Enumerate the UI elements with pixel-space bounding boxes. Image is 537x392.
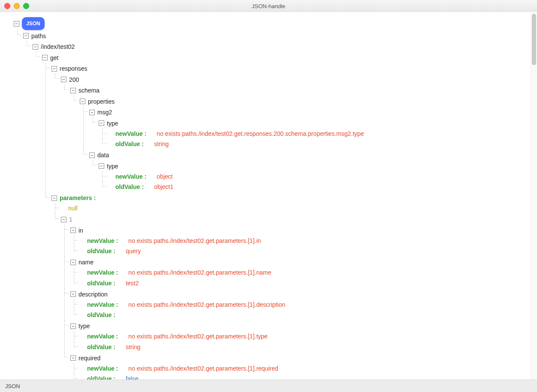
window-title: JSON-handle — [0, 3, 537, 9]
leaf-icon — [80, 238, 84, 243]
tree-key-oldvalue[interactable]: oldValue : — [87, 374, 115, 380]
tree-key-index[interactable]: 1 — [69, 214, 72, 224]
toggle-icon[interactable]: − — [70, 291, 76, 297]
toggle-icon[interactable]: − — [23, 33, 29, 39]
tree-key-newvalue[interactable]: newValue : — [87, 299, 118, 310]
leaf-icon — [108, 185, 113, 189]
vertical-scrollbar[interactable] — [531, 12, 537, 380]
leaf-icon — [108, 174, 113, 179]
tree-val: no exists paths./index/test02.get.parame… — [128, 299, 285, 310]
tree-val: no exists paths./index/test02.get.parame… — [128, 267, 271, 278]
tree-key-newvalue[interactable]: newValue : — [87, 236, 118, 246]
toggle-icon[interactable]: − — [51, 66, 57, 72]
tree-val: no exists paths./index/test02.get.parame… — [128, 363, 278, 374]
leaf-icon — [80, 270, 84, 275]
leaf-icon — [61, 206, 66, 211]
toggle-icon[interactable]: − — [89, 110, 95, 115]
tree-key-properties[interactable]: properties — [88, 96, 115, 107]
tree-key-required[interactable]: required — [78, 353, 100, 363]
scrollbar-thumb[interactable] — [532, 14, 536, 65]
statusbar-text: JSON — [5, 383, 20, 389]
minimize-icon[interactable] — [14, 3, 20, 9]
tree-key-newvalue[interactable]: newValue : — [87, 331, 118, 341]
tree-val: query — [126, 246, 141, 256]
tree-key-newvalue[interactable]: newValue : — [115, 171, 146, 182]
toggle-icon[interactable]: − — [80, 99, 85, 104]
tree-key-get[interactable]: get — [50, 53, 58, 63]
tree-key-oldvalue[interactable]: oldValue : — [115, 182, 144, 192]
leaf-icon — [80, 302, 84, 307]
tree-key-oldvalue[interactable]: oldValue : — [115, 139, 144, 149]
tree-key-newvalue[interactable]: newValue : — [87, 363, 118, 374]
tree-view[interactable]: − JSON − paths − /index/te — [0, 12, 531, 380]
toggle-icon[interactable]: − — [89, 153, 95, 158]
tree-key-200[interactable]: 200 — [69, 75, 79, 85]
tree-key-data-type[interactable]: type — [107, 161, 118, 171]
tree-val: no exists paths./index/test02.get.parame… — [128, 236, 261, 246]
tree-key-newvalue[interactable]: newValue : — [87, 267, 118, 278]
tree-key-msg2[interactable]: msg2 — [97, 107, 112, 117]
toggle-icon[interactable]: − — [61, 217, 66, 222]
toggle-icon[interactable]: − — [61, 77, 66, 82]
toggle-icon[interactable]: − — [70, 355, 76, 361]
leaf-icon — [108, 131, 113, 136]
tree-key-oldvalue[interactable]: oldValue : — [87, 246, 115, 256]
toggle-icon[interactable]: − — [99, 120, 104, 126]
tree-key-name[interactable]: name — [78, 257, 94, 267]
toggle-icon[interactable]: − — [70, 260, 76, 265]
toggle-icon[interactable]: − — [42, 55, 48, 60]
tree-val: test2 — [126, 278, 139, 288]
close-icon[interactable] — [4, 3, 10, 9]
tree-key-newvalue[interactable]: newValue : — [115, 129, 146, 139]
leaf-icon — [108, 142, 113, 147]
toggle-icon[interactable]: − — [99, 163, 104, 169]
app-window: JSON-handle − JSON − paths — [0, 0, 537, 392]
leaf-icon — [80, 366, 84, 371]
tree-key-parameters[interactable]: parameters : — [60, 193, 96, 203]
tree-key-oldvalue[interactable]: oldValue : — [87, 342, 115, 352]
root-badge[interactable]: JSON — [22, 17, 45, 30]
tree-val: no exists paths./index/test02.get.parame… — [128, 331, 268, 341]
tree-key-msg2-type[interactable]: type — [107, 118, 118, 129]
toggle-icon[interactable]: − — [70, 323, 76, 329]
tree-val: false — [126, 374, 139, 380]
leaf-icon — [80, 313, 84, 317]
toggle-icon[interactable]: − — [33, 44, 38, 50]
tree-key-responses[interactable]: responses — [60, 63, 87, 74]
statusbar: JSON — [0, 380, 537, 392]
tree-key-data[interactable]: data — [97, 150, 109, 160]
tree-val-null: null — [68, 203, 78, 213]
tree-key-endpoint[interactable]: /index/test02 — [41, 42, 75, 52]
tree-key-oldvalue[interactable]: oldValue : — [87, 310, 115, 320]
tree-val: object — [157, 171, 172, 182]
toggle-icon[interactable]: − — [14, 21, 19, 27]
tree-key-paths[interactable]: paths — [31, 31, 46, 41]
toggle-icon[interactable]: − — [70, 227, 76, 233]
window-controls — [4, 3, 29, 9]
toggle-icon[interactable]: − — [51, 195, 57, 201]
tree-val: no exists paths./index/test02.get.respon… — [157, 129, 364, 139]
titlebar: JSON-handle — [0, 0, 537, 12]
leaf-icon — [80, 281, 84, 285]
tree-key-ptype[interactable]: type — [78, 321, 90, 331]
leaf-icon — [80, 334, 84, 339]
tree-key-description[interactable]: description — [78, 289, 108, 299]
tree-key-oldvalue[interactable]: oldValue : — [87, 278, 115, 288]
tree-val: string — [154, 139, 169, 149]
leaf-icon — [80, 344, 84, 349]
maximize-icon[interactable] — [23, 3, 29, 9]
tree-val: object1 — [154, 182, 173, 192]
tree-key-in[interactable]: in — [78, 225, 83, 236]
leaf-icon — [80, 249, 84, 254]
toggle-icon[interactable]: − — [70, 88, 76, 93]
tree-val: string — [126, 342, 140, 352]
tree-key-schema[interactable]: schema — [78, 85, 100, 96]
